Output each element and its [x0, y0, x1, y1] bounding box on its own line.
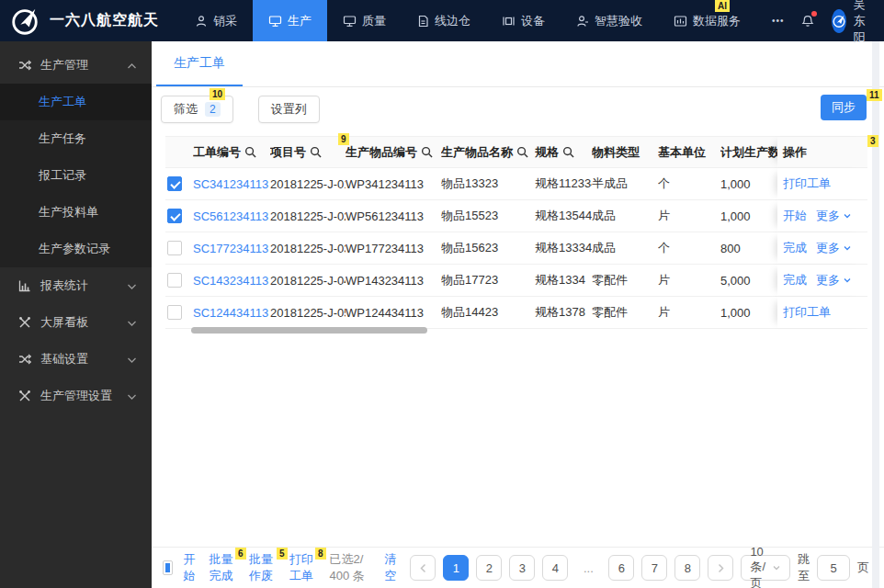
row-checkbox[interactable] — [167, 209, 182, 223]
horizontal-scrollbar[interactable] — [191, 327, 427, 334]
tab-production-work-orders[interactable]: 生产工单 — [156, 41, 243, 86]
search-icon[interactable] — [516, 146, 528, 158]
sync-button[interactable]: 同步 — [821, 95, 867, 120]
unit-cell: 个 — [658, 175, 720, 192]
more-action[interactable]: 更多 — [816, 208, 852, 224]
vertical-scrollbar[interactable] — [872, 41, 879, 588]
complete-action[interactable]: 完成 — [783, 272, 807, 288]
set-columns-label: 设置列 — [271, 101, 307, 118]
sidebar-group-dashboard-screen[interactable]: 大屏看板 — [0, 304, 152, 341]
nav-item-equipment[interactable]: 设备 — [486, 0, 561, 41]
document-icon — [417, 15, 429, 28]
user-menu[interactable]: 吴东阳 — [832, 0, 875, 46]
search-icon[interactable] — [310, 146, 322, 158]
table-row: SC177234113 20181225-J-03 WP177234113 物品… — [165, 232, 867, 265]
filter-count-badge: 2 — [205, 102, 221, 117]
item-no-cell: WP177234113 — [346, 242, 441, 255]
table-row: SC124434113 20181225-J-05 WP124434113 物品… — [165, 297, 867, 329]
material-type-cell: 零配件 — [592, 272, 658, 288]
prev-page-button[interactable] — [410, 555, 436, 581]
page-button-3[interactable]: 3 — [509, 555, 535, 581]
sidebar-item-production-tasks[interactable]: 生产任务 — [0, 120, 152, 157]
sidebar-item-production-feeding-orders[interactable]: 生产投料单 — [0, 194, 152, 231]
chevron-down-icon — [843, 211, 852, 220]
order-no-link[interactable]: SC341234113 — [193, 177, 268, 191]
planned-qty-cell: 5,000 — [720, 274, 777, 288]
jump-page-input[interactable] — [817, 555, 850, 581]
nav-item-quality[interactable]: 质量 — [327, 0, 402, 41]
planned-qty-cell: 1,000 — [720, 177, 777, 191]
search-icon[interactable] — [421, 146, 433, 158]
row-actions: 打印工单 — [777, 168, 867, 199]
nav-item-smart-inspection[interactable]: 智慧验收 — [561, 0, 658, 41]
clear-selection-button[interactable]: 清空 — [385, 551, 400, 584]
start-action[interactable]: 开始 — [783, 208, 807, 224]
page-button-2[interactable]: 2 — [476, 555, 502, 581]
page-button-4[interactable]: 4 — [542, 555, 568, 581]
sidebar-group-production-management[interactable]: 生产管理 — [0, 47, 152, 84]
nav-item-label: 质量 — [362, 13, 386, 29]
more-action[interactable]: 更多 — [816, 240, 852, 256]
order-no-link[interactable]: SC143234113 — [193, 274, 268, 288]
row-checkbox[interactable] — [167, 241, 182, 255]
nav-item-production[interactable]: 生产 — [253, 0, 327, 41]
nav-item-data-service[interactable]: 数据服务 — [658, 0, 756, 41]
page-button-1[interactable]: 1 — [443, 555, 469, 581]
order-no-link[interactable]: SC177234113 — [193, 242, 268, 255]
page-button-7[interactable]: 7 — [641, 555, 667, 581]
nav-item-more[interactable]: ••• — [756, 0, 800, 41]
page-ellipsis[interactable]: ... — [575, 555, 601, 581]
item-name-cell: 物品13323 — [441, 175, 535, 192]
search-icon[interactable] — [562, 146, 574, 158]
project-no-cell: 20181225-J-03 — [270, 242, 346, 255]
set-columns-button[interactable]: 设置列 — [258, 96, 320, 123]
order-no-link[interactable]: SC124434113 — [193, 306, 268, 320]
item-name-cell: 物品14423 — [441, 304, 535, 321]
search-icon[interactable] — [244, 146, 256, 158]
ellipsis-icon: ••• — [772, 16, 785, 26]
sidebar-group-basic-settings[interactable]: 基础设置 — [0, 341, 152, 378]
nav-item-lineside-warehouse[interactable]: 线边仓 — [402, 0, 486, 41]
spec-cell: 规格13544 — [535, 208, 592, 224]
project-no-cell: 20181225-J-01 — [270, 177, 346, 191]
print-work-order-action[interactable]: 打印工单 — [783, 175, 831, 192]
row-checkbox[interactable] — [167, 305, 182, 320]
batch-complete-button[interactable]: 批量完成 — [209, 551, 238, 584]
order-no-link[interactable]: SC561234113 — [193, 209, 268, 223]
sidebar-group-production-management-settings[interactable]: 生产管理设置 — [0, 378, 152, 414]
page-button-8[interactable]: 8 — [674, 555, 700, 581]
table-row: SC561234113 20181225-J-02 WP561234113 物品… — [165, 200, 867, 232]
page-size-select[interactable]: 10条/页 — [741, 555, 790, 581]
item-name-cell: 物品15523 — [441, 208, 535, 224]
row-checkbox[interactable] — [167, 273, 182, 288]
sidebar-group-label: 大屏看板 — [40, 314, 88, 331]
page-button-6[interactable]: 6 — [608, 555, 634, 581]
batch-start-button[interactable]: 开始 — [184, 551, 198, 584]
annotation-badge-5: 5 — [277, 548, 288, 560]
sidebar-item-production-parameter-records[interactable]: 生产参数记录 — [0, 231, 152, 267]
select-all-checkbox[interactable] — [163, 560, 173, 575]
sidebar-group-report-statistics[interactable]: 报表统计 — [0, 267, 152, 304]
tools-icon — [18, 390, 31, 402]
spec-cell: 规格112334 — [535, 175, 592, 192]
batch-void-button[interactable]: 批量作废 — [249, 551, 278, 584]
nav-item-label: 智慧验收 — [595, 13, 642, 29]
col-item-name: 生产物品名称 — [441, 144, 535, 161]
more-action[interactable]: 更多 — [816, 272, 852, 288]
batch-print-button[interactable]: 打印工单 — [289, 551, 319, 584]
sidebar-item-work-report-records[interactable]: 报工记录 — [0, 157, 152, 194]
next-page-button[interactable] — [708, 555, 733, 581]
jump-to-label: 跳至 — [798, 551, 810, 584]
monitor-icon — [343, 15, 357, 28]
page-size-value: 10条/页 — [750, 545, 765, 588]
annotation-badge-11: 11 — [867, 89, 882, 101]
chevron-down-icon — [772, 563, 781, 572]
complete-action[interactable]: 完成 — [783, 240, 807, 256]
row-checkbox[interactable] — [167, 176, 182, 191]
tab-bar: 生产工单 — [152, 41, 884, 87]
nav-item-purchase[interactable]: 销采 — [179, 0, 253, 41]
notification-bell-icon[interactable] — [800, 13, 815, 28]
jump-suffix-label: 页 — [857, 560, 869, 576]
print-work-order-action[interactable]: 打印工单 — [783, 304, 831, 321]
sidebar-item-production-work-orders[interactable]: 生产工单 — [0, 84, 152, 120]
